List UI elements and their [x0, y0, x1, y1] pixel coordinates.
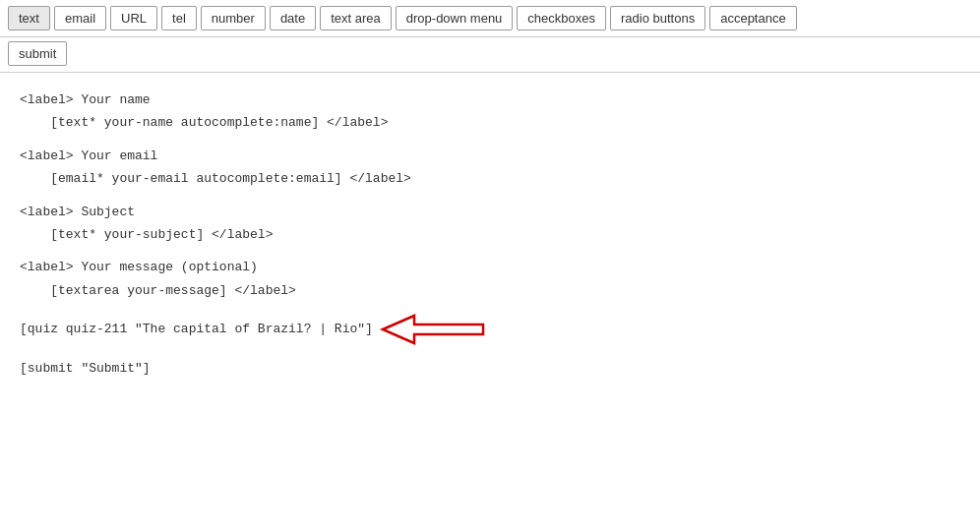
code-blank-line [20, 302, 960, 312]
toolbar-btn-tel[interactable]: tel [161, 6, 197, 30]
red-arrow-icon [373, 312, 491, 347]
code-line: <label> Your email [20, 145, 960, 167]
code-line: [text* your-subject] </label> [20, 223, 960, 246]
code-line: <label> Your message (optional) [20, 256, 960, 278]
code-blank-line [20, 135, 960, 145]
toolbar-row1: textemailURLtelnumberdatetext areadrop-d… [0, 0, 980, 37]
toolbar-btn-number[interactable]: number [201, 6, 266, 30]
code-blank-line [20, 246, 960, 256]
toolbar-btn-acceptance[interactable]: acceptance [709, 6, 797, 30]
code-line-quiz: [quiz quiz-211 "The capital of Brazil? |… [20, 318, 373, 340]
toolbar-btn-checkboxes[interactable]: checkboxes [517, 6, 606, 30]
toolbar-row2: submit [0, 37, 980, 73]
toolbar-btn-date[interactable]: date [270, 6, 316, 30]
toolbar-btn-text-area[interactable]: text area [320, 6, 392, 30]
code-line: <label> Your name [20, 89, 960, 111]
toolbar-btn-url[interactable]: URL [110, 6, 157, 30]
code-blank-line [20, 191, 960, 201]
code-line: [textarea your-message] </label> [20, 279, 960, 302]
code-line: [text* your-name autocomplete:name] </la… [20, 111, 960, 134]
quiz-line: [quiz quiz-211 "The capital of Brazil? |… [20, 312, 960, 347]
toolbar-btn-submit[interactable]: submit [8, 41, 67, 66]
code-line: [email* your-email autocomplete:email] <… [20, 167, 960, 190]
code-line: <label> Subject [20, 201, 960, 223]
toolbar-btn-email[interactable]: email [54, 6, 106, 30]
svg-marker-0 [383, 316, 483, 343]
toolbar-btn-radio-buttons[interactable]: radio buttons [610, 6, 705, 30]
toolbar-btn-text[interactable]: text [8, 6, 50, 30]
toolbar-btn-drop-down-menu[interactable]: drop-down menu [396, 6, 514, 30]
code-line: [submit "Submit"] [20, 357, 960, 380]
code-editor: <label> Your name [text* your-name autoc… [0, 73, 980, 396]
code-blank-line [20, 347, 960, 357]
